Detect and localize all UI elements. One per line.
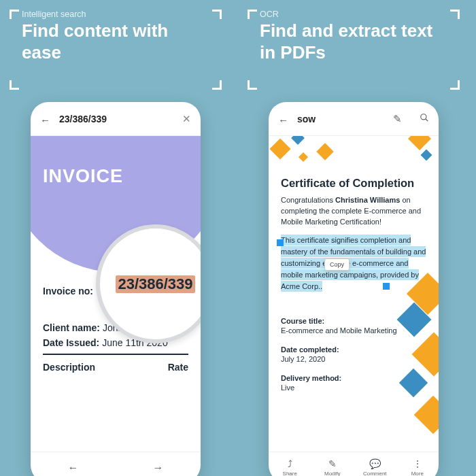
client-label: Client name: [43, 322, 100, 333]
eyebrow-right: OCR [260, 10, 462, 19]
more-icon: ⋮ [413, 458, 422, 469]
search-input[interactable]: sow [297, 114, 375, 124]
ocr-panel: OCR Find and extract text in PDFs ← sow … [238, 0, 469, 476]
col-rate: Rate [168, 362, 188, 373]
delivery-method-value: Live [281, 384, 426, 392]
frame-corner [450, 80, 460, 90]
frame-corner [248, 80, 257, 90]
frame-corner [10, 10, 19, 19]
invoice-heading: INVOICE [43, 166, 123, 187]
decorative-diamond [269, 138, 290, 159]
decorative-diamond [421, 150, 432, 161]
congrats-prefix: Congratulations [281, 196, 335, 204]
share-icon: ⤴ [288, 458, 292, 469]
recipient-name: Christina Williams [335, 196, 400, 204]
certificate-content: Certificate of Completion Congratulation… [281, 177, 426, 392]
col-description: Description [43, 362, 95, 373]
selected-text-block[interactable]: This certificate signifies completion an… [281, 235, 426, 292]
eyebrow-left: Intelligent search [22, 10, 224, 19]
search-input[interactable]: 23/386/339 [59, 114, 173, 124]
selection-handle-end[interactable] [383, 283, 390, 290]
modify-icon: ✎ [328, 458, 337, 469]
decorative-diamond [299, 152, 308, 162]
highlighted-search-match: 23/386/339 [116, 275, 194, 293]
decorative-diamond [291, 136, 305, 145]
delivery-method-label: Delivery method: [281, 374, 426, 382]
share-button[interactable]: ⤴ Share [269, 458, 311, 476]
prev-result-icon[interactable]: ← [31, 462, 116, 474]
selection-handle-start[interactable] [277, 239, 284, 246]
course-title-label: Course title: [281, 317, 426, 325]
close-icon[interactable]: ✕ [182, 113, 191, 125]
comment-icon: 💬 [369, 458, 381, 469]
decorative-diamond [414, 396, 439, 435]
back-icon[interactable]: ← [40, 114, 50, 124]
comment-button[interactable]: 💬 Comment [354, 458, 396, 476]
ocr-selected-text[interactable]: This certificate signifies completion an… [281, 235, 426, 292]
phone-toolbar: ← sow ✎ [269, 102, 439, 136]
modify-label: Modify [324, 471, 341, 476]
phone-toolbar: ← 23/386/339 ✕ [31, 102, 201, 136]
phone-action-bar: ⤴ Share ✎ Modify 💬 Comment ⋮ More [269, 452, 439, 476]
more-label: More [411, 471, 424, 476]
course-title-value: E-commerce and Mobile Marketing [281, 326, 426, 335]
search-icon[interactable] [420, 113, 429, 124]
document-viewport[interactable]: Certificate of Completion Congratulation… [269, 136, 439, 452]
certificate-title: Certificate of Completion [281, 177, 426, 190]
decorative-diamond [408, 136, 431, 150]
copy-tooltip[interactable]: Copy [324, 258, 350, 271]
invoice-table-header: Description Rate [43, 354, 188, 373]
share-label: Share [283, 471, 297, 476]
svg-line-1 [426, 119, 428, 122]
congrats-paragraph: Congratulations Christina Williams on co… [281, 195, 426, 228]
svg-point-0 [421, 114, 426, 120]
headline-right: Find and extract text in PDFs [260, 20, 450, 63]
headline-left: Find content with ease [22, 20, 212, 63]
comment-label: Comment [363, 471, 387, 476]
modify-button[interactable]: ✎ Modify [311, 458, 354, 476]
frame-corner [212, 80, 222, 90]
intelligent-search-panel: Intelligent search Find content with eas… [0, 0, 231, 476]
frame-corner [450, 10, 460, 19]
date-label: Date Issued: [43, 337, 99, 348]
decorative-diamond [316, 143, 333, 160]
frame-corner [212, 10, 222, 19]
phone-mock-right: ← sow ✎ Certificate of Completion Co [269, 102, 439, 476]
back-icon[interactable]: ← [278, 114, 288, 124]
document-viewport[interactable]: INVOICE Invoice no: Client name: John Do… [31, 136, 201, 452]
phone-navbar: ← → [31, 452, 201, 476]
date-completed-value: July 12, 2020 [281, 355, 426, 363]
invoice-no-label: Invoice no: [43, 286, 93, 296]
next-result-icon[interactable]: → [116, 462, 201, 474]
phone-mock-left: ← 23/386/339 ✕ INVOICE Invoice no: Clien… [31, 102, 201, 476]
edit-icon[interactable]: ✎ [393, 113, 402, 125]
frame-corner [248, 10, 257, 19]
frame-corner [10, 80, 19, 90]
magnified-match: 23/386/339 [116, 275, 194, 293]
date-completed-label: Date completed: [281, 345, 426, 354]
more-button[interactable]: ⋮ More [396, 458, 439, 476]
